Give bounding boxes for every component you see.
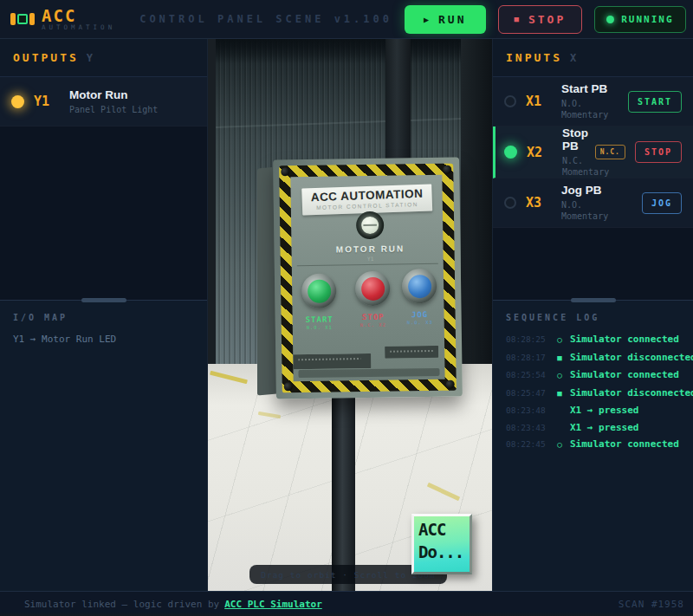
jog-button-label: JOG bbox=[396, 310, 444, 320]
input-desc: N.O. Momentary bbox=[561, 98, 619, 120]
nc-badge: N.C. bbox=[595, 145, 625, 159]
log-message: Simulator connected bbox=[570, 366, 679, 384]
stop-button-sublabel: N.C. X2 bbox=[349, 322, 398, 328]
start-chip-button[interactable]: START bbox=[628, 91, 682, 113]
log-entry: 08:28:25 ○ Simulator connected bbox=[506, 331, 680, 349]
input-name: Start PB bbox=[561, 82, 619, 95]
motor-run-pilot-light bbox=[356, 211, 384, 239]
log-entry: 08:25:54 ○ Simulator connected bbox=[506, 366, 680, 385]
log-time: 08:25:47 bbox=[506, 385, 549, 402]
log-time: 08:25:54 bbox=[506, 366, 549, 384]
bolt-icon bbox=[284, 382, 293, 391]
outputs-header: OUTPUTS Y bbox=[0, 39, 207, 77]
app-logo: ACC AUTOMATION bbox=[10, 8, 115, 31]
running-status-badge: RUNNING bbox=[594, 6, 685, 33]
connected-icon: ○ bbox=[555, 332, 564, 349]
input-name: Jog PB bbox=[561, 184, 632, 197]
output-desc: Panel Pilot Light bbox=[69, 104, 196, 115]
start-button-sublabel: N.O. X1 bbox=[295, 324, 344, 330]
status-bar: Simulator linked — logic driven by ACC P… bbox=[0, 591, 693, 616]
spec-plate-left bbox=[293, 353, 371, 369]
acc-overlay-sticker[interactable]: ACC Do... bbox=[411, 514, 472, 574]
log-time: 08:23:48 bbox=[506, 402, 549, 419]
input-row-x2[interactable]: X2 Stop PB N.C. Momentary N.C. STOP bbox=[493, 126, 693, 178]
run-button[interactable]: ▶ RUN bbox=[405, 5, 486, 34]
jog-button-sublabel: N.O. X3 bbox=[396, 320, 444, 326]
sequence-log-section: SEQUENCE LOG 08:28:25 ○ Simulator connec… bbox=[493, 300, 693, 591]
log-message: Simulator disconnected bbox=[570, 385, 693, 402]
app-window: ACC AUTOMATION CONTROL PANEL SCENE v1.10… bbox=[0, 0, 693, 616]
logo-subtitle: AUTOMATION bbox=[42, 23, 115, 31]
status-text: Simulator linked — logic driven by bbox=[24, 599, 219, 610]
log-message: X1 → pressed bbox=[570, 419, 638, 437]
run-button-label: RUN bbox=[438, 13, 466, 26]
input-id: X2 bbox=[527, 145, 553, 160]
running-label: RUNNING bbox=[621, 14, 673, 25]
outputs-title-suffix: Y bbox=[87, 52, 94, 64]
stop-button[interactable]: ■ STOP bbox=[498, 5, 583, 34]
io-map-title: I/O MAP bbox=[13, 313, 194, 322]
sequence-log-title: SEQUENCE LOG bbox=[506, 313, 680, 322]
enclosure-face: ACC AUTOMATION MOTOR CONTROL STATION MOT… bbox=[273, 158, 463, 399]
panel-name-plate: ACC AUTOMATION MOTOR CONTROL STATION bbox=[301, 184, 432, 215]
log-entry: 08:23:43 X1 → pressed bbox=[506, 419, 680, 437]
stop-pushbutton-3d[interactable] bbox=[355, 271, 391, 307]
disconnected-icon: ■ bbox=[555, 350, 564, 367]
disconnected-icon: ■ bbox=[555, 386, 564, 403]
io-map-line: Y1 → Motor Run LED bbox=[13, 334, 194, 345]
face-divider bbox=[297, 263, 438, 266]
3d-viewport[interactable]: ACC AUTOMATION MOTOR CONTROL STATION MOT… bbox=[208, 39, 492, 591]
input-led-x3 bbox=[504, 197, 516, 209]
inputs-title: INPUTS bbox=[506, 51, 562, 64]
panel-stand-pole bbox=[332, 386, 355, 591]
stop-button-label: STOP bbox=[349, 313, 398, 322]
bolt-icon bbox=[446, 380, 455, 389]
input-row-x1[interactable]: X1 Start PB N.O. Momentary START bbox=[493, 77, 693, 126]
log-message: Simulator connected bbox=[570, 331, 679, 348]
output-led-y1 bbox=[11, 95, 24, 108]
pillar-right bbox=[461, 39, 492, 366]
top-bar: ACC AUTOMATION CONTROL PANEL SCENE v1.10… bbox=[0, 0, 693, 39]
log-time: 08:28:25 bbox=[506, 331, 549, 348]
log-entry: 08:22:45 ○ Simulator connected bbox=[506, 436, 680, 454]
log-message: X1 → pressed bbox=[570, 402, 638, 419]
log-message: Simulator connected bbox=[570, 436, 679, 453]
input-row-x3[interactable]: X3 Jog PB N.O. Momentary JOG bbox=[493, 178, 693, 228]
io-map-section: I/O MAP Y1 → Motor Run LED bbox=[0, 300, 207, 591]
pilot-light-tag: Y1 bbox=[292, 255, 450, 263]
log-drag-handle[interactable] bbox=[571, 298, 616, 302]
wall-shadow bbox=[208, 39, 492, 63]
play-icon: ▶ bbox=[424, 15, 431, 24]
input-id: X3 bbox=[526, 195, 552, 211]
output-id: Y1 bbox=[34, 94, 60, 109]
control-panel-enclosure: ACC AUTOMATION MOTOR CONTROL STATION MOT… bbox=[256, 159, 461, 401]
start-pushbutton-3d[interactable] bbox=[301, 274, 337, 309]
input-desc: N.C. Momentary bbox=[562, 155, 586, 178]
input-name: Stop PB bbox=[562, 126, 586, 152]
sticker-line-2: Do... bbox=[418, 541, 465, 563]
log-entry: 08:25:47 ■ Simulator disconnected bbox=[506, 385, 680, 403]
log-time: 08:23:43 bbox=[506, 419, 549, 437]
input-desc: N.O. Momentary bbox=[561, 199, 632, 222]
log-time: 08:22:45 bbox=[506, 436, 549, 453]
pillar-left bbox=[208, 39, 216, 366]
input-led-x2 bbox=[504, 146, 517, 159]
io-map-drag-handle[interactable] bbox=[81, 298, 126, 302]
bolt-icon bbox=[443, 165, 451, 174]
logo-title: ACC bbox=[42, 8, 115, 23]
jog-pushbutton-3d[interactable] bbox=[402, 269, 437, 304]
jog-chip-button[interactable]: JOG bbox=[642, 192, 682, 214]
log-message: Simulator disconnected bbox=[570, 349, 693, 366]
sticker-line-1: ACC bbox=[418, 518, 465, 541]
enclosure-bottom-shadow bbox=[298, 368, 439, 378]
pilot-light-label: MOTOR RUN bbox=[291, 243, 449, 256]
outputs-panel: OUTPUTS Y Y1 Motor Run Panel Pilot Light… bbox=[0, 39, 208, 591]
start-button-label: START bbox=[295, 314, 344, 324]
stop-chip-button[interactable]: STOP bbox=[635, 141, 682, 163]
spec-plate-right bbox=[385, 346, 438, 359]
plc-simulator-link[interactable]: ACC PLC Simulator bbox=[224, 599, 322, 610]
running-dot-icon bbox=[606, 16, 614, 23]
log-entry: 08:23:48 X1 → pressed bbox=[506, 402, 680, 419]
connected-icon: ○ bbox=[555, 367, 564, 385]
bolt-icon bbox=[281, 167, 289, 176]
